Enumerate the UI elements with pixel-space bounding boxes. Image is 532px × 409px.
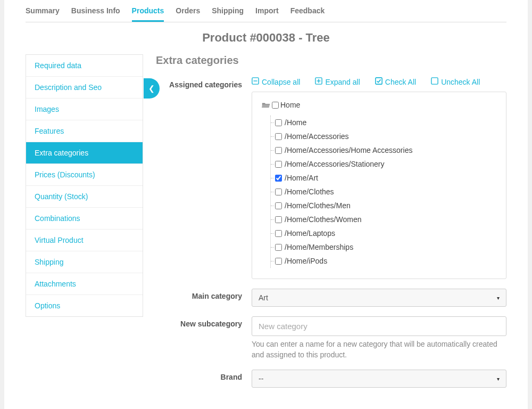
sidebar-item-quantity-stock-[interactable]: Quantity (Stock) bbox=[26, 186, 143, 208]
tree-node-label: /Home/Art bbox=[285, 174, 318, 182]
sidebar-item-prices-discounts-[interactable]: Prices (Discounts) bbox=[26, 164, 143, 186]
top-tab-summary[interactable]: Summary bbox=[26, 2, 60, 22]
tree-node-label: /Home/Clothes/Men bbox=[285, 201, 351, 210]
tree-node-label: /Home/Memberships bbox=[285, 243, 353, 251]
uncheck-all-icon bbox=[431, 77, 438, 86]
sidebar-item-required-data[interactable]: Required data bbox=[26, 55, 143, 77]
tree-node-checkbox[interactable] bbox=[275, 161, 282, 168]
tree-node[interactable]: /Home/Accessories/Home Accessories bbox=[275, 143, 500, 157]
tree-node-checkbox[interactable] bbox=[275, 147, 282, 154]
expand-all-button[interactable]: Expand all bbox=[315, 77, 360, 86]
sidebar-item-attachments[interactable]: Attachments bbox=[26, 273, 143, 295]
new-subcategory-label: New subcategory bbox=[156, 316, 252, 328]
uncheck-all-label: Uncheck All bbox=[441, 78, 480, 86]
tree-node-checkbox[interactable] bbox=[275, 230, 282, 237]
chevron-left-icon: ❮ bbox=[148, 84, 155, 93]
main-category-select[interactable]: Art ▾ bbox=[252, 289, 506, 307]
tree-node-checkbox[interactable] bbox=[275, 216, 282, 223]
tree-root[interactable]: Home bbox=[262, 101, 500, 109]
tree-node[interactable]: /Home/Laptops bbox=[275, 226, 500, 240]
sidebar-item-extra-categories[interactable]: Extra categories bbox=[26, 142, 143, 164]
tree-node-checkbox[interactable] bbox=[275, 258, 282, 265]
brand-select[interactable]: -- ▾ bbox=[252, 370, 506, 388]
tree-children: /Home/Home/Accessories/Home/Accessories/… bbox=[270, 116, 500, 268]
tree-node[interactable]: /Home/Clothes/Women bbox=[275, 212, 500, 226]
tree-node-label: /Home/Clothes/Women bbox=[285, 215, 361, 224]
svg-rect-5 bbox=[376, 78, 382, 84]
sidebar-item-options[interactable]: Options bbox=[26, 295, 143, 316]
assigned-categories-label: Assigned categories bbox=[156, 77, 252, 89]
svg-rect-6 bbox=[431, 78, 438, 84]
section-heading: Extra categories bbox=[156, 54, 506, 67]
tree-node-label: /Home/Clothes bbox=[285, 187, 334, 196]
tree-node-checkbox[interactable] bbox=[275, 189, 282, 195]
top-tab-business-info[interactable]: Business Info bbox=[71, 2, 120, 22]
top-tab-orders[interactable]: Orders bbox=[176, 2, 200, 22]
tree-node[interactable]: /Home/Accessories bbox=[275, 129, 500, 143]
tree-node-label: /Home/Accessories/Home Accessories bbox=[285, 146, 412, 154]
new-subcategory-input[interactable] bbox=[252, 316, 506, 336]
page-title: Product #000038 - Tree bbox=[26, 31, 506, 45]
collapse-all-button[interactable]: Collapse all bbox=[252, 77, 300, 86]
tree-node[interactable]: /Home/Art bbox=[275, 171, 500, 185]
tree-node-label: /Home/iPods bbox=[285, 257, 327, 265]
brand-label: Brand bbox=[156, 370, 252, 381]
tree-node-checkbox[interactable] bbox=[275, 202, 282, 209]
tree-node[interactable]: /Home/Accessories/Stationery bbox=[275, 157, 500, 171]
main-category-value: Art bbox=[259, 293, 268, 302]
check-all-icon bbox=[375, 77, 383, 86]
sidebar-item-shipping[interactable]: Shipping bbox=[26, 251, 143, 273]
collapse-icon bbox=[252, 77, 259, 86]
tree-root-label: Home bbox=[280, 101, 300, 109]
top-tab-import[interactable]: Import bbox=[255, 2, 279, 22]
tree-node-checkbox[interactable] bbox=[275, 133, 282, 140]
tree-node-label: /Home/Laptops bbox=[285, 229, 335, 238]
main-content: Extra categories Assigned categories Col… bbox=[156, 54, 506, 397]
caret-down-icon: ▾ bbox=[497, 376, 500, 382]
sidebar-item-combinations[interactable]: Combinations bbox=[26, 208, 143, 230]
tree-node[interactable]: /Home/Clothes bbox=[275, 185, 500, 199]
tree-node-label: /Home bbox=[285, 118, 306, 127]
tree-node[interactable]: /Home/Memberships bbox=[275, 240, 500, 254]
tree-node-checkbox[interactable] bbox=[275, 244, 282, 251]
category-tree: Home /Home/Home/Accessories/Home/Accesso… bbox=[252, 92, 506, 279]
tree-root-checkbox[interactable] bbox=[272, 102, 279, 109]
main-category-label: Main category bbox=[156, 289, 252, 300]
sidebar-item-features[interactable]: Features bbox=[26, 120, 143, 142]
tree-node-checkbox[interactable] bbox=[275, 175, 282, 182]
caret-down-icon: ▾ bbox=[497, 295, 500, 301]
sidebar: ❮ Required dataDescription and SeoImages… bbox=[26, 54, 143, 317]
collapse-all-label: Collapse all bbox=[262, 78, 300, 86]
top-tab-shipping[interactable]: Shipping bbox=[212, 2, 244, 22]
check-all-button[interactable]: Check All bbox=[375, 77, 416, 86]
tree-node-label: /Home/Accessories bbox=[285, 132, 349, 141]
folder-open-icon bbox=[262, 102, 270, 109]
sidebar-item-images[interactable]: Images bbox=[26, 99, 143, 120]
uncheck-all-button[interactable]: Uncheck All bbox=[431, 77, 480, 86]
new-subcategory-help: You can enter a name for a new category … bbox=[252, 339, 506, 360]
sidebar-item-description-and-seo[interactable]: Description and Seo bbox=[26, 77, 143, 99]
sidebar-item-virtual-product[interactable]: Virtual Product bbox=[26, 230, 143, 251]
tree-actions: Collapse all Expand all Ch bbox=[252, 77, 506, 86]
tree-node[interactable]: /Home/Clothes/Men bbox=[275, 199, 500, 212]
tree-node-label: /Home/Accessories/Stationery bbox=[285, 160, 385, 168]
expand-all-label: Expand all bbox=[325, 78, 360, 86]
tree-node[interactable]: /Home/iPods bbox=[275, 254, 500, 268]
top-tabs: SummaryBusiness InfoProductsOrdersShippi… bbox=[26, 0, 506, 22]
check-all-label: Check All bbox=[385, 78, 416, 86]
top-tab-feedback[interactable]: Feedback bbox=[290, 2, 325, 22]
tree-node-checkbox[interactable] bbox=[275, 119, 282, 126]
brand-value: -- bbox=[259, 374, 263, 383]
expand-icon bbox=[315, 77, 322, 86]
top-tab-products[interactable]: Products bbox=[132, 2, 164, 22]
tree-node[interactable]: /Home bbox=[275, 116, 500, 129]
